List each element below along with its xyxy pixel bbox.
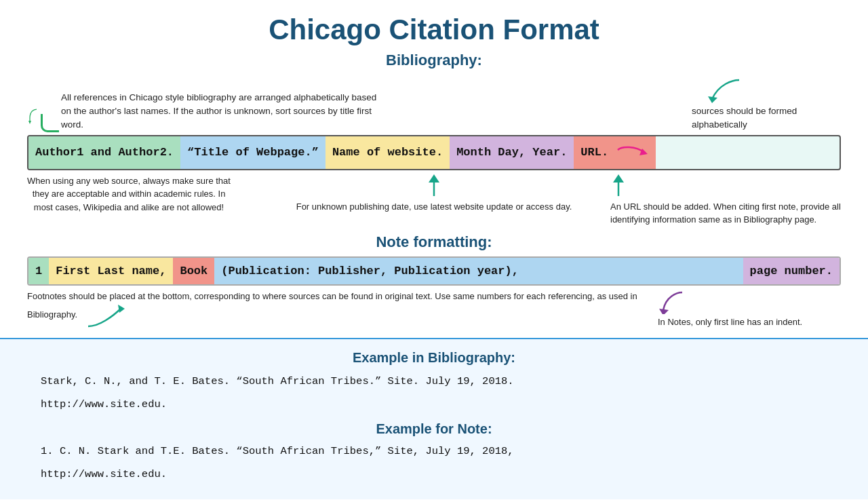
bibliography-heading: Bibliography: bbox=[27, 52, 841, 69]
note-below-annotations: Footnotes should be placed at the bottom… bbox=[27, 290, 841, 329]
below-annotations: When using any web source, always make s… bbox=[27, 174, 841, 227]
example-bib-line2: http://www.site.edu. bbox=[41, 396, 827, 415]
svg-marker-4 bbox=[429, 174, 439, 182]
citation-bar: Author1 and Author2. “Title of Webpage.”… bbox=[27, 135, 841, 170]
note-number: 1 bbox=[28, 258, 49, 284]
annotation-right-top-text: sources should be formed alphabetically bbox=[692, 106, 797, 130]
citation-author: Author1 and Author2. bbox=[28, 136, 180, 169]
citation-url: URL. bbox=[574, 136, 656, 169]
note-pubinfo: (Publication: Publisher, Publication yea… bbox=[214, 258, 743, 284]
cyan-curve-arrow-icon bbox=[85, 303, 126, 328]
annotation-left-text: All references in Chicago style bibliogr… bbox=[41, 91, 380, 132]
citation-date: Month Day, Year. bbox=[450, 136, 574, 169]
annotation-right-top: sources should be formed alphabetically bbox=[685, 77, 841, 132]
bottom-section: Example in Bibliography: Stark, C. N., a… bbox=[0, 338, 868, 499]
example-bib-heading: Example in Bibliography: bbox=[41, 350, 827, 366]
cyan-up-arrow-mid-icon bbox=[426, 174, 442, 199]
citation-title: “Title of Webpage.” bbox=[180, 136, 326, 169]
pink-arrow-icon bbox=[615, 143, 649, 162]
svg-marker-6 bbox=[613, 174, 624, 182]
svg-marker-0 bbox=[28, 121, 31, 124]
svg-marker-7 bbox=[118, 305, 125, 313]
left-annotation-block: All references in Chicago style bibliogr… bbox=[27, 91, 380, 132]
below-mid-text: For unknown publishing date, use latest … bbox=[231, 174, 610, 227]
example-note-line1: 1. C. N. Stark and T.E. Bates. “South Af… bbox=[41, 442, 827, 461]
cyan-arrow-icon bbox=[705, 77, 746, 104]
citation-website: Name of website. bbox=[326, 136, 450, 169]
example-bib-line1: Stark, C. N., and T. E. Bates. “South Af… bbox=[41, 372, 827, 391]
example-note-line2: http://www.site.edu. bbox=[41, 465, 827, 484]
note-heading: Note formatting: bbox=[27, 233, 841, 251]
main-title: Chicago Citation Format bbox=[27, 14, 841, 46]
cyan-up-arrow-right-icon bbox=[610, 174, 627, 199]
green-arrow-icon bbox=[27, 100, 38, 132]
purple-arrow-icon bbox=[658, 290, 685, 314]
note-citation-bar: 1 First Last name, Book (Publication: Pu… bbox=[27, 256, 841, 286]
svg-marker-8 bbox=[659, 309, 669, 314]
note-below-right-text: In Notes, only first line has an indent. bbox=[651, 290, 841, 329]
note-book: Book bbox=[173, 258, 214, 284]
page: Chicago Citation Format Bibliography: Al… bbox=[0, 0, 868, 499]
example-note-heading: Example for Note: bbox=[41, 421, 827, 437]
top-annotations: All references in Chicago style bibliogr… bbox=[27, 77, 841, 132]
below-left-text: When using any web source, always make s… bbox=[27, 174, 231, 227]
below-right-text: An URL should be added. When citing firs… bbox=[610, 174, 841, 227]
note-pagenum: page number. bbox=[743, 258, 840, 284]
svg-marker-1 bbox=[708, 96, 717, 103]
note-name: First Last name, bbox=[49, 258, 173, 284]
note-below-left-text: Footnotes should be placed at the bottom… bbox=[27, 290, 651, 329]
top-section: Chicago Citation Format Bibliography: Al… bbox=[0, 0, 868, 328]
